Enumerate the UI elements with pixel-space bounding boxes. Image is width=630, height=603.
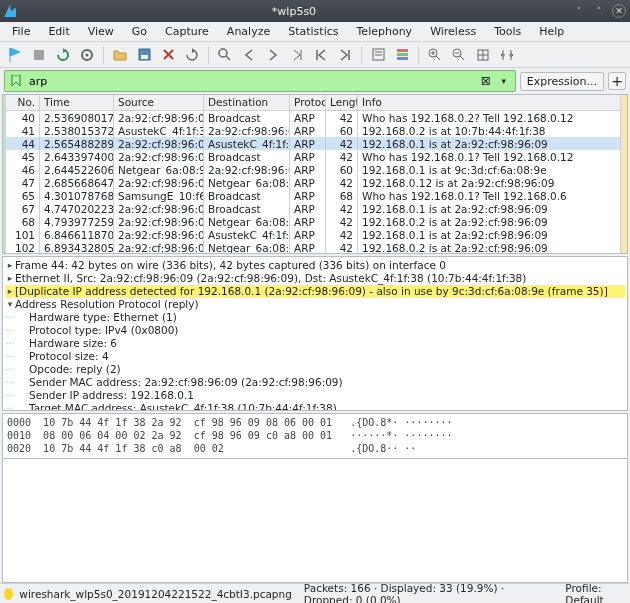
menu-view[interactable]: View bbox=[80, 23, 122, 40]
detail-node[interactable]: ⋯Target MAC address: AsustekC_4f:1f:38 (… bbox=[5, 402, 625, 411]
restart-capture-button[interactable] bbox=[52, 44, 74, 66]
tree-branch-icon: ⋯ bbox=[5, 324, 15, 337]
detail-node[interactable]: ⋯Hardware type: Ethernet (1) bbox=[5, 311, 625, 324]
packet-row[interactable]: 472.6856686472a:92:cf:98:96:09Netgear_6a… bbox=[6, 176, 621, 189]
packet-row[interactable]: 462.644522606Netgear_6a:08:9e2a:92:cf:98… bbox=[6, 163, 621, 176]
menu-capture[interactable]: Capture bbox=[157, 23, 217, 40]
menu-statistics[interactable]: Statistics bbox=[280, 23, 346, 40]
detail-node[interactable]: ▾Address Resolution Protocol (reply) bbox=[5, 298, 625, 311]
zoom-reset-button[interactable] bbox=[472, 44, 494, 66]
expand-caret-icon[interactable]: ▸ bbox=[5, 272, 15, 285]
packet-row[interactable]: 402.5369080172a:92:cf:98:96:09BroadcastA… bbox=[6, 111, 621, 124]
resize-columns-button[interactable] bbox=[496, 44, 518, 66]
stop-capture-button[interactable] bbox=[28, 44, 50, 66]
column-source[interactable]: Source bbox=[114, 95, 204, 110]
status-profile[interactable]: Profile: Default bbox=[565, 582, 626, 604]
detail-node[interactable]: ⋯Hardware size: 6 bbox=[5, 337, 625, 350]
open-file-button[interactable] bbox=[109, 44, 131, 66]
go-previous-button[interactable] bbox=[238, 44, 260, 66]
detail-node[interactable]: ⋯Protocol type: IPv4 (0x0800) bbox=[5, 324, 625, 337]
go-to-packet-button[interactable] bbox=[286, 44, 308, 66]
packet-bytes-pane[interactable]: 0000 10 7b 44 4f 1f 38 2a 92 cf 98 96 09… bbox=[2, 413, 628, 459]
packet-list-body[interactable]: 402.5369080172a:92:cf:98:96:09BroadcastA… bbox=[6, 111, 621, 253]
expand-caret-icon[interactable]: ▸ bbox=[5, 259, 15, 272]
go-first-button[interactable] bbox=[310, 44, 332, 66]
cell-prot: ARP bbox=[290, 241, 326, 253]
colorize-button[interactable] bbox=[391, 44, 413, 66]
detail-text: Protocol type: IPv4 (0x0800) bbox=[29, 324, 178, 337]
expand-caret-icon[interactable]: ▸ bbox=[5, 285, 15, 298]
clear-filter-button[interactable]: ⊠ bbox=[479, 74, 493, 88]
tree-branch-icon: ⋯ bbox=[5, 402, 15, 411]
expression-button[interactable]: Expression... bbox=[520, 72, 604, 91]
column-info[interactable]: Info bbox=[358, 95, 621, 110]
menu-edit[interactable]: Edit bbox=[40, 23, 77, 40]
detail-node[interactable]: ⋯Sender IP address: 192.168.0.1 bbox=[5, 389, 625, 402]
expand-caret-icon[interactable]: ▾ bbox=[5, 298, 15, 311]
cell-no: 44 bbox=[6, 137, 40, 150]
column-dest[interactable]: Destination bbox=[204, 95, 290, 110]
detail-node[interactable]: ▸Ethernet II, Src: 2a:92:cf:98:96:09 (2a… bbox=[5, 272, 625, 285]
menu-telephony[interactable]: Telephony bbox=[349, 23, 421, 40]
menu-file[interactable]: File bbox=[4, 23, 38, 40]
cell-prot: ARP bbox=[290, 163, 326, 176]
detail-node[interactable]: ⋯Sender MAC address: 2a:92:cf:98:96:09 (… bbox=[5, 376, 625, 389]
close-file-button[interactable] bbox=[157, 44, 179, 66]
cell-dst: Broadcast bbox=[204, 111, 290, 124]
packet-row[interactable]: 452.6433974002a:92:cf:98:96:09BroadcastA… bbox=[6, 150, 621, 163]
menu-wireless[interactable]: Wireless bbox=[422, 23, 484, 40]
packet-list-pane[interactable]: No. Time Source Destination Protocol Len… bbox=[2, 94, 628, 254]
packet-list-scrollbar-track[interactable] bbox=[621, 95, 627, 253]
find-packet-button[interactable] bbox=[214, 44, 236, 66]
zoom-in-button[interactable] bbox=[424, 44, 446, 66]
menu-tools[interactable]: Tools bbox=[486, 23, 529, 40]
packet-row[interactable]: 1026.8934328052a:92:cf:98:96:09Netgear_6… bbox=[6, 241, 621, 253]
start-capture-button[interactable] bbox=[4, 44, 26, 66]
capture-options-button[interactable] bbox=[76, 44, 98, 66]
packet-details-pane[interactable]: ▸Frame 44: 42 bytes on wire (336 bits), … bbox=[2, 256, 628, 411]
cell-len: 68 bbox=[326, 189, 358, 202]
expert-info-icon[interactable] bbox=[4, 588, 13, 600]
packet-row[interactable]: 412.538015372AsustekC_4f:1f:382a:92:cf:9… bbox=[6, 124, 621, 137]
cell-dst: Broadcast bbox=[204, 189, 290, 202]
go-next-button[interactable] bbox=[262, 44, 284, 66]
cell-info: 192.168.0.2 is at 2a:92:cf:98:96:09 bbox=[358, 241, 621, 253]
filter-dropdown-icon[interactable]: ▾ bbox=[497, 76, 511, 86]
zoom-out-button[interactable] bbox=[448, 44, 470, 66]
bookmark-icon[interactable] bbox=[9, 74, 23, 88]
maximize-button[interactable]: ˄ bbox=[592, 4, 606, 18]
minimize-button[interactable]: ˅ bbox=[572, 4, 586, 18]
cell-len: 42 bbox=[326, 202, 358, 215]
cell-time: 2.685668647 bbox=[40, 176, 114, 189]
packet-row[interactable]: 442.5654882892a:92:cf:98:96:09AsustekC_4… bbox=[6, 137, 621, 150]
display-filter-field[interactable]: ⊠ ▾ bbox=[4, 70, 516, 92]
detail-node[interactable]: ⋯Opcode: reply (2) bbox=[5, 363, 625, 376]
column-length[interactable]: Length bbox=[326, 95, 358, 110]
packet-row[interactable]: 674.7470202232a:92:cf:98:96:09BroadcastA… bbox=[6, 202, 621, 215]
add-filter-button[interactable]: + bbox=[608, 72, 626, 90]
packet-row[interactable]: 684.7939772592a:92:cf:98:96:09Netgear_6a… bbox=[6, 215, 621, 228]
cell-info: Who has 192.168.0.1? Tell 192.168.0.12 bbox=[358, 150, 621, 163]
menu-help[interactable]: Help bbox=[531, 23, 572, 40]
auto-scroll-button[interactable] bbox=[367, 44, 389, 66]
cell-no: 68 bbox=[6, 215, 40, 228]
detail-node[interactable]: ▸[Duplicate IP address detected for 192.… bbox=[5, 285, 625, 298]
menu-go[interactable]: Go bbox=[124, 23, 155, 40]
packet-row[interactable]: 654.301078768SamsungE_10:f6:24BroadcastA… bbox=[6, 189, 621, 202]
packet-list-header[interactable]: No. Time Source Destination Protocol Len… bbox=[6, 95, 621, 111]
column-time[interactable]: Time bbox=[40, 95, 114, 110]
column-no[interactable]: No. bbox=[6, 95, 40, 110]
display-filter-input[interactable] bbox=[27, 74, 475, 89]
close-button[interactable]: ✕ bbox=[612, 4, 626, 18]
status-filename[interactable]: wireshark_wlp5s0_20191204221522_4cbtI3.p… bbox=[19, 588, 292, 600]
menu-analyze[interactable]: Analyze bbox=[219, 23, 278, 40]
cell-src: 2a:92:cf:98:96:09 bbox=[114, 215, 204, 228]
go-last-button[interactable] bbox=[334, 44, 356, 66]
svg-rect-4 bbox=[141, 55, 148, 59]
detail-node[interactable]: ⋯Protocol size: 4 bbox=[5, 350, 625, 363]
packet-row[interactable]: 1016.8466118702a:92:cf:98:96:09AsustekC_… bbox=[6, 228, 621, 241]
column-protocol[interactable]: Protocol bbox=[290, 95, 326, 110]
detail-node[interactable]: ▸Frame 44: 42 bytes on wire (336 bits), … bbox=[5, 259, 625, 272]
save-file-button[interactable] bbox=[133, 44, 155, 66]
reload-button[interactable] bbox=[181, 44, 203, 66]
